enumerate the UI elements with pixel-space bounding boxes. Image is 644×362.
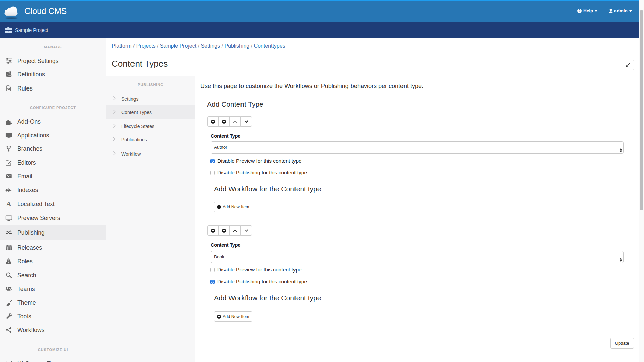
svg-text:?: ? bbox=[578, 9, 580, 13]
